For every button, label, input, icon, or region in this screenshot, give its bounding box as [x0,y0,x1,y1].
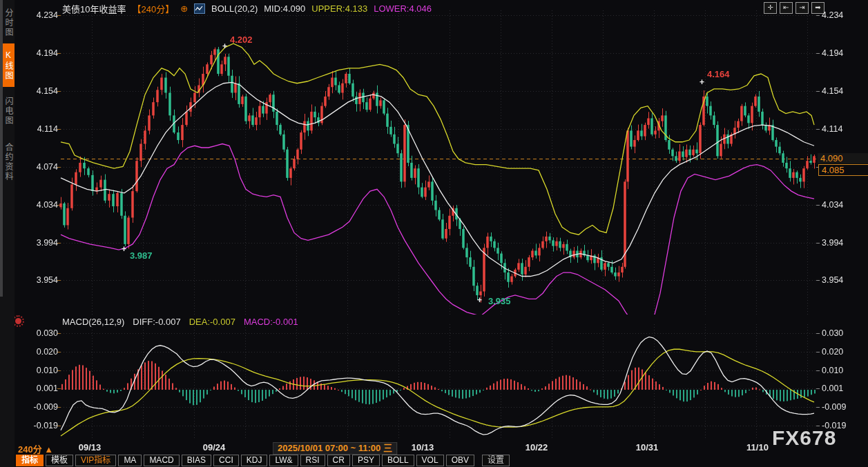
toolbar-item-模板[interactable]: 模板 [46,455,73,466]
zoom-in-icon[interactable]: ⇥ [795,2,809,14]
xaxis-date-label: 09/24 [203,442,226,453]
sidebar-item-4[interactable]: 合约资料 [3,136,15,188]
macd-axis-right-label: -0.019 [822,421,846,430]
price-axis-right-label: 3.994 [822,238,843,248]
toolbar-item-LW&[interactable]: LW& [269,455,298,466]
crosshair-icon[interactable]: ✛ [764,2,777,14]
macd-axis-right-label: 0.020 [822,347,843,357]
price-annotation: 3.935 [488,296,511,306]
xaxis-date-label: 09/13 [79,442,102,453]
toolbar-item-MA[interactable]: MA [118,455,142,466]
price-axis-left-label: 4.034 [18,200,58,210]
macd-axis-left-label: 0.001 [18,384,58,393]
boll-upper-value: UPPER:4.133 [311,3,367,14]
hline-price-tag: 4.090 [818,153,868,163]
toolbar-item-CR[interactable]: CR [327,455,350,466]
price-axis-right-label: 4.154 [822,86,843,96]
macd-axis-right-label: 0.010 [822,366,843,375]
sidebar-item-3[interactable]: 闪电图 [3,90,15,132]
toolbar-item-MACD[interactable]: MACD [144,455,179,466]
macd-axis-left-label: -0.019 [18,421,58,430]
price-marker-cross: + [222,41,227,51]
period-badge[interactable]: 【240分】 [132,2,174,15]
trading-app: 分时图K线图闪电图合约资料 美债10年收益率 【240分】 ⊕ BOLL(20,… [0,0,868,467]
price-axis-left-label: 4.234 [18,10,58,20]
chart-title-bar: 美债10年收益率 【240分】 ⊕ BOLL(20,2) MID:4.090 U… [62,3,432,14]
toolbar-item-BIAS[interactable]: BIAS [182,455,211,466]
price-axis-left-label: 4.194 [18,48,58,58]
toolbar-item-指标[interactable]: 指标 [16,455,44,466]
zoom-out-icon[interactable]: ⇤ [780,2,793,14]
price-axis-left-label: 3.954 [18,275,58,285]
indicator-marker-icon[interactable] [15,318,21,324]
price-axis-left-label: 4.074 [18,162,58,172]
macd-dea-value: DEA:-0.007 [189,317,235,327]
boll-chart-icon[interactable] [194,3,205,14]
add-indicator-icon[interactable]: ⊕ [180,3,188,14]
left-sidebar: 分时图K线图闪电图合约资料 [0,0,15,467]
price-marker-cross: + [700,77,704,87]
toolbar-item-PSY[interactable]: PSY [352,455,380,466]
xaxis-date-label: 10/22 [525,442,548,453]
macd-axis-left-label: 0.030 [18,328,58,338]
last-price-tag: 4.085 [818,164,868,176]
macd-diff-value: DIFF:-0.007 [133,317,180,327]
boll-lower-value: LOWER:4.046 [374,3,432,14]
price-marker-cross: + [122,244,126,254]
price-annotation: 3.987 [130,250,153,261]
macd-axis-right-label: 0.001 [822,384,843,393]
sidebar-item-1[interactable]: 分时图 [3,3,15,42]
xaxis-date-label: 11/10 [746,442,769,453]
xaxis-date-label: 10/13 [412,442,434,453]
macd-macd-value: MACD:-0.001 [244,317,298,327]
price-axis-left-label: 4.154 [18,86,58,96]
macd-axis-left-label: 0.010 [18,366,58,375]
xaxis-date-label: 2025/10/01 07:00 ~ 11:00 三 [273,442,397,455]
sidebar-item-2[interactable]: K线图 [3,43,15,87]
macd-axis-left-label: 0.020 [18,347,58,357]
boll-label: BOLL(20,2) [211,3,258,14]
macd-header: MACD(26,12,9) DIFF:-0.007 DEA:-0.007 MAC… [62,317,298,327]
toolbar-item-OBV[interactable]: OBV [446,455,474,466]
toolbar-item-VOL[interactable]: VOL [416,455,444,466]
chart-toolbar-icons: ✛⇤⇥➡ [764,2,824,14]
price-marker-cross: + [477,295,482,305]
bottom-toolbar: 指标模板VIP指标MAMACDBIASCCIKDJLW&RSICRPSYBOLL… [16,455,510,466]
macd-axis-right-label: 0.030 [822,328,843,338]
xaxis-period-label[interactable]: 240分 ▲ [18,442,53,455]
price-axis-right-label: 3.954 [822,275,843,285]
toolbar-item-KDJ[interactable]: KDJ [241,455,268,466]
macd-axis-left-label: -0.009 [18,402,58,412]
price-axis-left-label: 3.994 [18,238,58,248]
xaxis-date-label: 10/31 [636,442,659,453]
toolbar-item-BOLL[interactable]: BOLL [382,455,414,466]
toolbar-item-VIP指标[interactable]: VIP指标 [75,455,116,466]
price-annotation: 4.164 [707,69,730,79]
price-annotation: 4.202 [230,34,253,45]
toolbar-item-CCI[interactable]: CCI [213,455,239,466]
chart-canvas[interactable] [0,0,868,467]
price-axis-right-label: 4.034 [822,200,843,210]
toolbar-item-RSI[interactable]: RSI [300,455,325,466]
boll-mid-value: MID:4.090 [264,3,305,14]
instrument-title: 美债10年收益率 [62,2,126,15]
macd-axis-right-label: -0.009 [822,402,846,412]
toolbar-item-设置[interactable]: 设置 [482,455,510,466]
price-axis-right-label: 4.114 [822,124,842,134]
price-axis-left-label: 4.114 [18,124,58,134]
price-axis-right-label: 4.234 [822,10,843,20]
macd-label: MACD(26,12,9) [62,317,124,327]
price-axis-right-label: 4.194 [822,48,843,58]
